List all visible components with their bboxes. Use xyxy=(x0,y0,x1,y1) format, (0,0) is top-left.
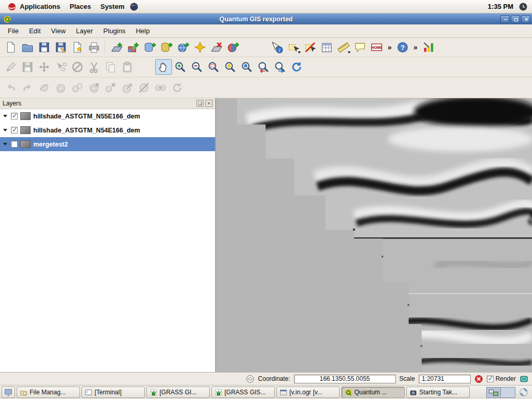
identify-features-button[interactable] xyxy=(269,39,285,55)
panel-applet-icon[interactable] xyxy=(518,2,528,11)
menu-plugins[interactable]: Plugins xyxy=(98,25,131,37)
add-spatialite-layer-button[interactable] xyxy=(158,39,175,55)
select-features-button[interactable] xyxy=(285,39,302,55)
measure-line-button[interactable] xyxy=(335,39,352,55)
plugin-tool-button[interactable] xyxy=(420,39,437,55)
save-edits-button[interactable] xyxy=(19,59,36,75)
pan-map-button[interactable] xyxy=(155,59,172,75)
menu-edit[interactable]: Edit xyxy=(24,25,46,37)
menu-file[interactable]: File xyxy=(3,25,24,37)
delete-part-button[interactable] xyxy=(102,80,119,96)
render-checkbox[interactable] xyxy=(487,376,494,382)
zoom-to-selection-button[interactable] xyxy=(222,59,238,75)
add-raster-layer-button[interactable] xyxy=(125,39,142,55)
add-postgis-layer-button[interactable] xyxy=(142,39,158,55)
trash-applet-button[interactable] xyxy=(517,387,530,398)
show-desktop-button[interactable] xyxy=(2,387,15,398)
clock[interactable]: 1:35 PM xyxy=(484,3,517,10)
dock-close-button[interactable]: × xyxy=(205,100,212,107)
undo-button[interactable] xyxy=(3,80,19,96)
system-menu[interactable]: System xyxy=(96,2,128,11)
dock-float-button[interactable]: ❏ xyxy=(196,100,204,107)
deselect-features-button[interactable] xyxy=(302,39,318,55)
menu-view[interactable]: View xyxy=(46,25,71,37)
simplify-feature-button[interactable] xyxy=(36,80,52,96)
expand-arrow-icon[interactable] xyxy=(3,115,7,117)
layer-item[interactable]: mergetest2 xyxy=(0,137,215,151)
zoom-full-button[interactable] xyxy=(205,59,222,75)
stop-render-icon[interactable] xyxy=(474,375,483,383)
expand-arrow-icon[interactable] xyxy=(3,129,7,131)
paste-features-button[interactable] xyxy=(119,59,136,75)
help-contents-button[interactable] xyxy=(394,39,411,55)
delete-ring-button[interactable] xyxy=(86,80,102,96)
layer-checkbox[interactable] xyxy=(11,113,18,119)
add-vector-layer-button[interactable] xyxy=(109,39,125,55)
crs-status-icon[interactable] xyxy=(520,375,528,383)
render-toggle[interactable]: Render xyxy=(487,375,516,382)
layer-checkbox[interactable] xyxy=(11,127,18,134)
toggle-editing-button[interactable] xyxy=(3,59,19,75)
zoom-out-button[interactable] xyxy=(189,59,205,75)
task-vinogr-dialog[interactable]: [v.in.ogr [v... xyxy=(276,387,340,398)
open-attribute-table-button[interactable] xyxy=(318,39,335,55)
coordinate-value[interactable]: 166.1350,55.0055 xyxy=(294,375,396,383)
places-menu[interactable]: Places xyxy=(65,2,95,11)
titlebar[interactable]: Quantum GIS rexported – × xyxy=(0,14,532,24)
task-terminal[interactable]: [Terminal] xyxy=(82,387,145,398)
extents-toggle-icon[interactable] xyxy=(246,375,255,383)
toggle-editing-icon xyxy=(5,61,17,73)
add-wms-layer-button[interactable] xyxy=(175,39,192,55)
add-wfs-layer-button[interactable] xyxy=(225,39,242,55)
reshape-features-button[interactable] xyxy=(119,80,136,96)
zoom-to-layer-button[interactable] xyxy=(238,59,255,75)
toolbar-overflow-chevron[interactable]: » xyxy=(411,43,420,51)
layer-item[interactable]: hillshade_ASTGTM_N54E166_dem xyxy=(0,123,215,137)
split-features-button[interactable] xyxy=(136,80,152,96)
layer-checkbox[interactable] xyxy=(11,141,18,148)
new-shapefile-layer-button[interactable] xyxy=(192,39,208,55)
close-button[interactable]: × xyxy=(521,15,530,23)
layer-item[interactable]: hillshade_ASTGTM_N55E166_dem xyxy=(0,109,215,123)
task-file-manager[interactable]: File Manag... xyxy=(17,387,80,398)
toolbar-overflow-chevron[interactable]: » xyxy=(385,43,394,51)
save-project-as-button[interactable] xyxy=(52,39,69,55)
copy-features-button[interactable] xyxy=(102,59,119,75)
minimize-button[interactable]: – xyxy=(500,15,510,23)
task-grass-1[interactable]: [GRASS GI... xyxy=(147,387,210,398)
remove-layer-button[interactable] xyxy=(208,39,225,55)
delete-selected-button[interactable] xyxy=(69,59,86,75)
workspace-2[interactable] xyxy=(501,388,515,397)
workspace-1[interactable] xyxy=(487,388,501,397)
cut-features-button[interactable] xyxy=(86,59,102,75)
open-project-button[interactable] xyxy=(19,39,36,55)
new-print-composer-button[interactable] xyxy=(69,39,86,55)
rotate-point-symbols-button[interactable] xyxy=(169,80,185,96)
maximize-button[interactable] xyxy=(511,15,520,23)
map-canvas[interactable] xyxy=(216,98,532,372)
map-tips-button[interactable] xyxy=(352,39,368,55)
menu-layer[interactable]: Layer xyxy=(71,25,98,37)
node-tool-button[interactable] xyxy=(52,59,69,75)
add-ring-button[interactable] xyxy=(52,80,69,96)
add-part-button[interactable] xyxy=(69,80,86,96)
zoom-last-button[interactable] xyxy=(255,59,272,75)
home-extent-button[interactable] xyxy=(368,39,385,55)
applications-menu[interactable]: Applications xyxy=(3,1,64,12)
expand-arrow-icon[interactable] xyxy=(3,143,7,145)
merge-features-button[interactable] xyxy=(152,80,169,96)
zoom-next-button[interactable] xyxy=(272,59,288,75)
scale-value[interactable]: 1:20731 xyxy=(419,375,471,383)
launcher-icon[interactable] xyxy=(129,2,139,11)
zoom-in-button[interactable] xyxy=(172,59,189,75)
new-project-button[interactable] xyxy=(3,39,19,55)
task-screenshot[interactable]: Starting Tak... xyxy=(406,387,470,398)
move-feature-button[interactable] xyxy=(36,59,52,75)
task-quantum-gis[interactable]: Quantum ... xyxy=(341,387,405,398)
refresh-map-button[interactable] xyxy=(288,59,305,75)
print-button[interactable] xyxy=(86,39,102,55)
save-project-button[interactable] xyxy=(36,39,52,55)
menu-help[interactable]: Help xyxy=(130,25,155,37)
task-grass-2[interactable]: [GRASS GIS... xyxy=(211,387,275,398)
redo-button[interactable] xyxy=(19,80,36,96)
